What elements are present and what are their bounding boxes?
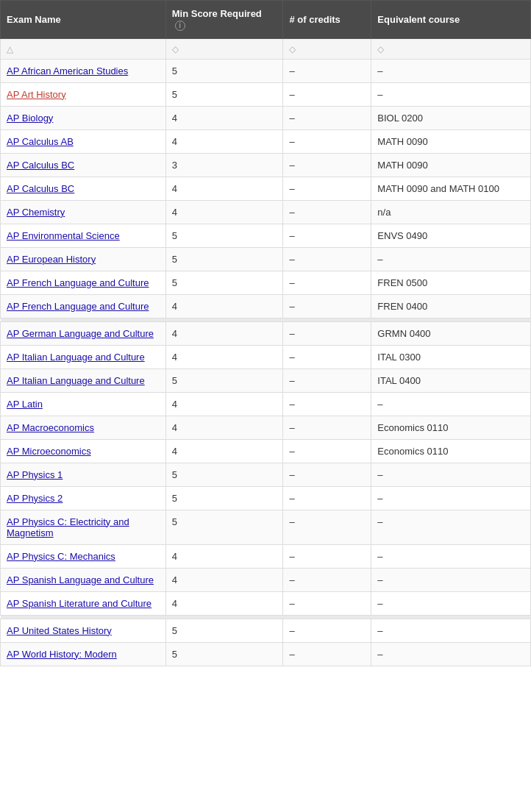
equiv-cell: – (371, 544, 531, 568)
credits-cell: – (283, 416, 371, 439)
equiv-cell: BIOL 0200 (371, 106, 531, 129)
exam-link[interactable]: AP Spanish Language and Culture (7, 574, 154, 585)
score-cell: 3 (165, 153, 283, 177)
equiv-cell: – (371, 463, 531, 486)
sort-exam[interactable]: △ (1, 38, 166, 59)
exam-link[interactable]: AP Calculus AB (7, 136, 74, 147)
exam-link[interactable]: AP Calculus BC (7, 160, 74, 171)
table-row: AP Spanish Literature and Culture4–– (1, 591, 531, 615)
table-row: AP Macroeconomics4–Economics 0110 (1, 416, 531, 439)
credits-cell: – (283, 568, 371, 591)
credits-cell: – (283, 224, 371, 247)
table-row: AP United States History5–– (1, 619, 531, 642)
header-exam: Exam Name (1, 1, 166, 39)
credits-cell: – (283, 486, 371, 510)
score-cell: 4 (165, 439, 283, 463)
credits-cell: – (283, 177, 371, 200)
table-row: AP Physics 25–– (1, 486, 531, 510)
table-row: AP Biology4–BIOL 0200 (1, 106, 531, 129)
score-cell: 5 (165, 619, 283, 642)
score-cell: 4 (165, 129, 283, 153)
score-cell: 4 (165, 416, 283, 439)
equiv-cell: – (371, 510, 531, 544)
score-cell: 4 (165, 294, 283, 318)
exam-link[interactable]: AP Latin (7, 399, 43, 410)
table-row: AP Calculus BC4–MATH 0090 and MATH 0100 (1, 177, 531, 200)
header-row: Exam Name Min Score Required i # of cred… (1, 1, 531, 39)
header-score: Min Score Required i (165, 1, 283, 39)
exam-link[interactable]: AP Physics 1 (7, 469, 63, 480)
table-row: AP Art History5–– (1, 82, 531, 106)
equiv-cell: MATH 0090 (371, 153, 531, 177)
score-cell: 5 (165, 642, 283, 666)
exam-link[interactable]: AP Art History (7, 89, 66, 100)
credits-cell: – (283, 59, 371, 82)
score-cell: 4 (165, 200, 283, 224)
exam-link[interactable]: AP German Language and Culture (7, 328, 154, 339)
credits-cell: – (283, 129, 371, 153)
exam-link[interactable]: AP Environmental Science (7, 230, 120, 241)
exam-link[interactable]: AP African American Studies (7, 65, 128, 76)
score-cell: 4 (165, 321, 283, 345)
score-cell: 5 (165, 247, 283, 271)
table-row: AP Italian Language and Culture4–ITAL 03… (1, 345, 531, 368)
sort-credits[interactable]: ◇ (283, 38, 371, 59)
score-cell: 4 (165, 177, 283, 200)
score-cell: 4 (165, 392, 283, 416)
equiv-cell: – (371, 619, 531, 642)
exam-link[interactable]: AP Chemistry (7, 207, 65, 218)
score-cell: 5 (165, 271, 283, 294)
exam-link[interactable]: AP Biology (7, 113, 53, 124)
exam-link[interactable]: AP Physics 2 (7, 493, 63, 504)
credits-cell: – (283, 106, 371, 129)
exam-link[interactable]: AP Italian Language and Culture (7, 375, 145, 386)
equiv-cell: – (371, 642, 531, 666)
table-row: AP World History: Modern5–– (1, 642, 531, 666)
table-row: AP Environmental Science5–ENVS 0490 (1, 224, 531, 247)
exam-link[interactable]: AP Physics C: Mechanics (7, 551, 115, 562)
exam-link[interactable]: AP United States History (7, 625, 112, 636)
score-cell: 5 (165, 510, 283, 544)
table-row: AP African American Studies5–– (1, 59, 531, 82)
equiv-cell: – (371, 486, 531, 510)
table-row: AP Chemistry4–n/a (1, 200, 531, 224)
equiv-cell: MATH 0090 (371, 129, 531, 153)
equiv-cell: ITAL 0400 (371, 368, 531, 392)
header-credits: # of credits (283, 1, 371, 39)
exam-link[interactable]: AP Spanish Literature and Culture (7, 598, 152, 609)
main-table-container: Exam Name Min Score Required i # of cred… (0, 0, 531, 666)
table-row: AP Latin4–– (1, 392, 531, 416)
exam-link[interactable]: AP Microeconomics (7, 446, 91, 457)
info-icon[interactable]: i (175, 21, 185, 31)
credits-cell: – (283, 345, 371, 368)
table-row: AP Calculus AB4–MATH 0090 (1, 129, 531, 153)
equiv-cell: Economics 0110 (371, 439, 531, 463)
score-cell: 4 (165, 568, 283, 591)
score-cell: 5 (165, 224, 283, 247)
credits-cell: – (283, 153, 371, 177)
table-row: AP Physics C: Mechanics4–– (1, 544, 531, 568)
exam-link[interactable]: AP European History (7, 254, 96, 265)
exam-link[interactable]: AP Macroeconomics (7, 422, 94, 433)
exam-link[interactable]: AP French Language and Culture (7, 277, 149, 288)
credits-cell: – (283, 642, 371, 666)
table-body: △ ◇ ◇ ◇ AP African American Studies5––AP… (1, 38, 531, 666)
score-cell: 5 (165, 82, 283, 106)
equiv-cell: – (371, 591, 531, 615)
exam-link[interactable]: AP Calculus BC (7, 183, 74, 194)
sort-row: △ ◇ ◇ ◇ (1, 38, 531, 59)
credits-cell: – (283, 392, 371, 416)
score-cell: 5 (165, 463, 283, 486)
exam-link[interactable]: AP Italian Language and Culture (7, 352, 145, 363)
credits-cell: – (283, 619, 371, 642)
score-cell: 4 (165, 591, 283, 615)
exam-link[interactable]: AP French Language and Culture (7, 301, 149, 312)
exam-link[interactable]: AP World History: Modern (7, 649, 117, 660)
credits-cell: – (283, 247, 371, 271)
table-row: AP Spanish Language and Culture4–– (1, 568, 531, 591)
sort-score[interactable]: ◇ (165, 38, 283, 59)
exam-link[interactable]: AP Physics C: Electricity and Magnetism (7, 516, 129, 538)
credits-cell: – (283, 439, 371, 463)
table-row: AP German Language and Culture4–GRMN 040… (1, 321, 531, 345)
sort-equiv[interactable]: ◇ (371, 38, 531, 59)
